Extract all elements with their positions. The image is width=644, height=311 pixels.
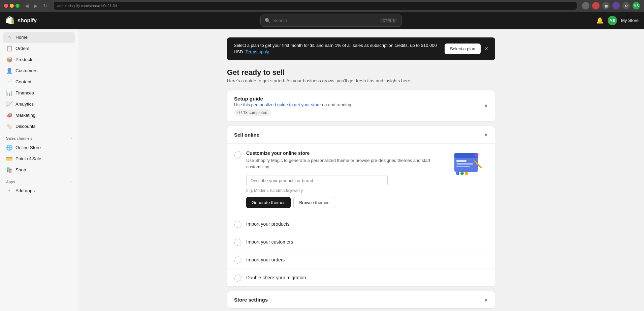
select-plan-button[interactable]: Select a plan: [445, 44, 481, 54]
sidebar-item-label: Content: [15, 79, 31, 84]
browser-chrome: ◀ ▶ ↻ admin.shopify.com/store/d1f0d21-34…: [0, 0, 644, 12]
sidebar-item-point-of-sale[interactable]: 💳 Point of Sale: [3, 153, 75, 164]
forward-button[interactable]: ▶: [33, 2, 39, 9]
setup-guide-title: Setup guide: [234, 96, 352, 102]
customize-title: Customize your online store: [246, 150, 444, 156]
sidebar-item-label: Marketing: [15, 113, 35, 118]
home-icon: ⌂: [6, 34, 12, 40]
customize-store-item: Customize your online store Use Shopify …: [227, 144, 495, 215]
topbar-logo: shopify: [5, 16, 66, 25]
sidebar-item-online-store[interactable]: 🌐 Online Store: [3, 142, 75, 153]
store-settings-title: Store settings: [234, 297, 268, 303]
subtitle-suffix: up and running.: [322, 102, 352, 107]
sidebar-item-label: Analytics: [15, 102, 34, 107]
sidebar-item-orders[interactable]: 📋 Orders: [3, 43, 75, 54]
search-bar[interactable]: 🔍 Search CTRL K: [260, 15, 402, 27]
refresh-button[interactable]: ↻: [42, 2, 49, 9]
setup-guide-link[interactable]: this personalized guide to get your stor…: [243, 102, 321, 107]
sidebar-item-marketing[interactable]: 📣 Marketing: [3, 110, 75, 121]
browse-themes-button[interactable]: Browse themes: [293, 197, 335, 208]
shopify-brand-text: shopify: [18, 18, 37, 24]
setup-guide-card: Setup guide Use this personalized guide …: [227, 90, 495, 122]
sidebar-item-label: Online Store: [15, 145, 41, 150]
step-circle-5: [234, 274, 242, 282]
apps-chevron[interactable]: ›: [70, 179, 72, 184]
theme-illustration: [451, 150, 488, 177]
settings-icon[interactable]: ⚙: [622, 2, 630, 9]
analytics-icon: 📈: [6, 101, 12, 107]
import-orders-label: Import your orders: [246, 257, 285, 262]
brand-description-input[interactable]: [246, 175, 388, 186]
browser-nav: ◀ ▶ ↻: [24, 2, 49, 9]
store-settings-chevron: ∨: [484, 296, 488, 303]
user-avatar-browser: MS: [633, 2, 640, 9]
sales-channels-header: Sales channels ›: [3, 132, 75, 142]
generate-themes-button[interactable]: Generate themes: [246, 197, 291, 208]
search-icon: 🔍: [265, 18, 270, 23]
sell-online-header[interactable]: Sell online ∧: [227, 126, 495, 144]
profile-icon-3: ▦: [602, 2, 610, 9]
svg-point-5: [456, 172, 459, 175]
double-check-label: Double check your migration: [246, 275, 306, 280]
import-products-item[interactable]: Import your products: [227, 215, 495, 233]
setup-guide-header[interactable]: Setup guide Use this personalized guide …: [227, 90, 495, 121]
step-circle-2: [234, 221, 242, 228]
step-circle: [234, 151, 242, 159]
sidebar-item-content[interactable]: 📄 Content: [3, 76, 75, 87]
topbar: shopify 🔍 Search CTRL K 🔔 MS My Store: [0, 12, 644, 29]
import-customers-item[interactable]: Import your customers: [227, 233, 495, 251]
sidebar-item-label: Orders: [15, 46, 29, 51]
page-subtitle: Here's a guide to get started. As your b…: [227, 78, 495, 83]
sidebar-item-add-apps[interactable]: + Add apps: [3, 186, 75, 196]
orders-icon: 📋: [6, 45, 12, 52]
sidebar-item-analytics[interactable]: 📈 Analytics: [3, 98, 75, 110]
step-circle-4: [234, 256, 242, 264]
svg-point-6: [460, 172, 464, 175]
topbar-search: 🔍 Search CTRL K: [66, 15, 596, 27]
page-content: Select a plan to get your first month fo…: [216, 29, 506, 311]
close-dot[interactable]: [4, 4, 8, 8]
sales-channels-chevron[interactable]: ›: [70, 136, 72, 141]
sidebar-item-shop[interactable]: 🛍️ Shop: [3, 164, 75, 175]
input-hint: e.g. Modern, handmade jewelry: [246, 188, 444, 193]
terms-link[interactable]: Terms apply.: [245, 49, 270, 54]
sidebar-item-customers[interactable]: 👤 Customers: [3, 65, 75, 76]
sell-online-chevron: ∧: [484, 132, 488, 138]
import-products-label: Import your products: [246, 221, 289, 227]
theme-illustration-svg: [451, 150, 488, 177]
discounts-icon: 🏷️: [6, 123, 12, 130]
topbar-avatar: MS: [608, 16, 617, 25]
customize-content: Customize your online store Use Shopify …: [246, 150, 444, 208]
import-orders-item[interactable]: Import your orders: [227, 251, 495, 269]
store-settings-header[interactable]: Store settings ∨: [227, 291, 495, 308]
profile-icon-2: [592, 2, 600, 9]
notification-icon[interactable]: 🔔: [596, 17, 604, 24]
import-customers-label: Import your customers: [246, 239, 293, 245]
double-check-migration-item[interactable]: Double check your migration: [227, 269, 495, 286]
store-name: My Store: [621, 18, 639, 23]
page-title: Get ready to sell: [227, 68, 495, 77]
sidebar-nav: ⌂ Home 📋 Orders 📦 Products 👤 Customers 📄: [0, 29, 78, 199]
main-content: Select a plan to get your first month fo…: [78, 29, 644, 311]
minimize-dot[interactable]: [10, 4, 14, 8]
sidebar-item-home[interactable]: ⌂ Home: [3, 32, 75, 43]
svg-rect-2: [456, 160, 466, 162]
profile-icon-1: [582, 2, 589, 9]
promo-banner: Select a plan to get your first month fo…: [227, 37, 495, 60]
fullscreen-dot[interactable]: [15, 4, 20, 8]
action-buttons: Generate themes Browse themes: [246, 197, 444, 208]
topbar-right: 🔔 MS My Store: [596, 16, 639, 25]
sidebar-item-discounts[interactable]: 🏷️ Discounts: [3, 121, 75, 132]
back-button[interactable]: ◀: [24, 2, 30, 9]
setup-guide-subtitle: Use this personalized guide to get your …: [234, 102, 352, 107]
sidebar: ⌂ Home 📋 Orders 📦 Products 👤 Customers 📄: [0, 29, 78, 311]
sidebar-item-products[interactable]: 📦 Products: [3, 54, 75, 65]
browser-dots: [4, 4, 20, 8]
banner-close-button[interactable]: ✕: [484, 46, 488, 52]
svg-point-7: [465, 172, 468, 175]
app-layout: ⌂ Home 📋 Orders 📦 Products 👤 Customers 📄: [0, 29, 644, 311]
subtitle-prefix: Use: [234, 102, 243, 107]
url-bar[interactable]: admin.shopify.com/store/d1f0d21-34: [54, 2, 577, 10]
sidebar-item-finances[interactable]: 📊 Finances: [3, 87, 75, 98]
svg-rect-3: [456, 163, 473, 165]
